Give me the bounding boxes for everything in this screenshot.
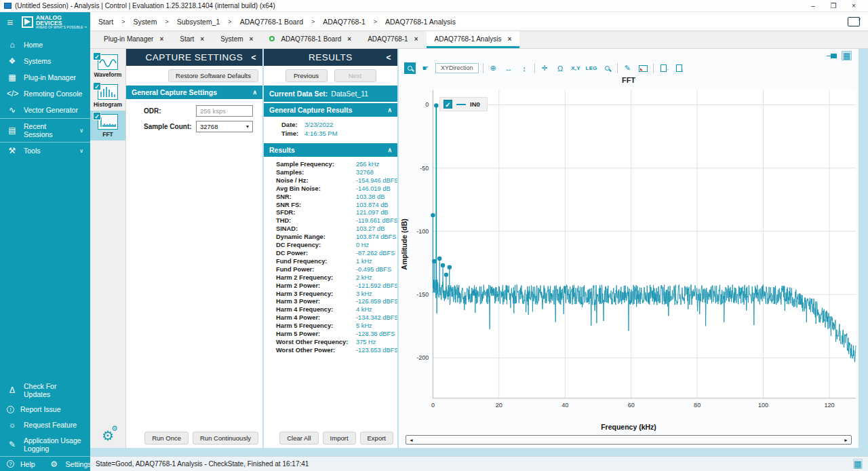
zoom-region-button[interactable] <box>601 62 613 74</box>
breadcrumb-item[interactable]: ADAQ7768-1 <box>323 18 365 26</box>
tab-plug-in-manager[interactable]: Plug-in Manager× <box>96 31 172 48</box>
analysis-views-strip: ✓Waveform✓Histogram✓FFT⚙ <box>90 49 126 448</box>
analysis-settings-gears-icon[interactable]: ⚙ <box>102 429 114 442</box>
sidebar-item-tools[interactable]: ⚒Tools∨ <box>0 142 90 159</box>
result-value: 0 Hz <box>356 242 369 250</box>
peak-marker <box>431 213 435 217</box>
breadcrumb-item[interactable]: Subsystem_1 <box>177 18 220 26</box>
run-once-button[interactable]: Run Once <box>144 432 189 445</box>
session-export-icon[interactable] <box>848 17 860 26</box>
chart-title: FFT <box>399 76 859 86</box>
collapse-left-icon[interactable]: < <box>251 53 256 62</box>
xy-direction-dropdown[interactable]: XYDirection <box>435 63 479 73</box>
odr-input[interactable] <box>196 105 253 117</box>
clear-all-button[interactable]: Clear All <box>279 432 318 445</box>
pin-icon[interactable] <box>831 54 837 58</box>
import-data-button[interactable] <box>673 62 685 74</box>
results-section[interactable]: Results ∧ <box>264 143 397 157</box>
chart-area: ▦ ☛ XYDirection ⊕ ↔ ↕ ✛ Ω X,Y L <box>399 49 859 448</box>
checked-checkbox[interactable]: ✓ <box>93 112 101 120</box>
tab-start[interactable]: Start× <box>172 31 212 48</box>
impedance-button[interactable]: Ω <box>555 62 566 74</box>
checked-checkbox[interactable]: ✓ <box>93 82 101 90</box>
zoom-select-button[interactable] <box>404 62 416 74</box>
sidebar-item-vector-generator[interactable]: ∿Vector Generator <box>0 102 90 118</box>
result-value: 121.097 dB <box>356 209 389 217</box>
result-row: SINAD:103.27 dB <box>276 225 396 233</box>
hamburger-menu-icon[interactable]: ≡ <box>0 17 20 27</box>
analysis-view-waveform[interactable]: ✓Waveform <box>90 51 125 81</box>
result-label: Fund Frequency: <box>276 258 356 266</box>
restore-button[interactable]: ❐ <box>823 2 844 10</box>
collapse-left-icon[interactable]: < <box>386 53 391 62</box>
sidebar-item-report-issue[interactable]: !Report Issue <box>0 402 90 417</box>
pan-button[interactable]: ☛ <box>420 62 431 74</box>
horizontal-scrollbar[interactable]: ◄ ► <box>406 435 852 445</box>
sidebar-item-plug-in-manager[interactable]: ▦Plug-in Manager <box>0 69 90 86</box>
legend-toggle-button[interactable]: LEG <box>586 62 597 74</box>
scroll-right-icon[interactable]: ► <box>844 438 848 442</box>
analysis-view-fft[interactable]: ✓FFT <box>90 111 125 140</box>
result-label: Harm 3 Power: <box>276 298 356 306</box>
sidebar-item-label: Remoting Console <box>24 90 82 98</box>
annotate-button[interactable]: ✎ <box>622 62 633 74</box>
general-capture-settings-section[interactable]: General Capture Settings ∧ <box>126 86 262 99</box>
center-target-button[interactable]: ⊕ <box>488 62 499 74</box>
tab-close-icon[interactable]: × <box>200 35 204 43</box>
sidebar-item-systems[interactable]: ❖Systems <box>0 53 90 69</box>
xy-values-button[interactable]: X,Y <box>570 62 582 74</box>
tab-system[interactable]: System× <box>212 31 261 48</box>
result-label: Worst Other Power: <box>276 347 356 355</box>
grid-icon[interactable]: ▦ <box>842 51 852 60</box>
sidebar-item-application-usage-logging[interactable]: ✎Application Usage Logging <box>0 433 90 456</box>
save-image-button[interactable] <box>637 62 649 74</box>
analysis-view-histogram[interactable]: ✓Histogram <box>90 81 125 111</box>
tab-adaq7768-1[interactable]: ADAQ7768-1× <box>359 31 426 48</box>
sample-count-select[interactable]: 32768 ▾ <box>196 121 253 132</box>
minimize-button[interactable]: – <box>803 2 823 10</box>
series-checkbox[interactable]: ✓ <box>443 100 452 109</box>
breadcrumb-item[interactable]: ADAQ7768-1 Analysis <box>385 18 456 26</box>
plot-legend: ✓ IN0 <box>439 97 488 111</box>
next-button[interactable]: Next <box>334 69 376 82</box>
tab-close-icon[interactable]: × <box>159 35 163 43</box>
breadcrumb-item[interactable]: ADAQ7768-1 Board <box>240 18 303 26</box>
result-label: Harm 3 Frequency: <box>276 290 356 299</box>
export-data-button[interactable] <box>658 62 669 74</box>
scroll-left-icon[interactable]: ◄ <box>409 438 414 442</box>
y-tick-label: 0 <box>425 101 429 108</box>
tab-close-icon[interactable]: × <box>347 35 351 43</box>
analysis-view-label: Waveform <box>94 71 122 78</box>
sidebar-item-home[interactable]: ⌂Home <box>0 37 90 53</box>
previous-button[interactable]: Previous <box>285 69 328 82</box>
tab-close-icon[interactable]: × <box>414 35 418 43</box>
restore-defaults-button[interactable]: Restore Software Defaults <box>168 69 258 82</box>
tab-label: ADAQ7768-1 <box>368 35 408 43</box>
plot-background[interactable] <box>433 90 856 398</box>
run-continuously-button[interactable]: Run Continuously <box>193 432 258 445</box>
checked-checkbox[interactable]: ✓ <box>93 52 101 60</box>
export-button[interactable]: Export <box>360 432 393 445</box>
tab-close-icon[interactable]: × <box>507 35 511 43</box>
fit-to-view-button[interactable]: ✛ <box>539 62 551 74</box>
sidebar-item-help[interactable]: ?Help <box>0 458 42 470</box>
sidebar-item-label: Application Usage Logging <box>24 436 83 453</box>
tab-adaq7768-1-analysis[interactable]: ADAQ7768-1 Analysis× <box>427 31 520 48</box>
snapshot-grip-icon[interactable]: ▦ <box>853 459 863 469</box>
vertical-scale-button[interactable]: ↕ <box>519 62 530 74</box>
general-capture-results-section[interactable]: General Capture Results ∧ <box>264 103 397 117</box>
sidebar-item-remoting-console[interactable]: </>Remoting Console <box>0 86 90 102</box>
remoting-console-icon: </> <box>7 89 18 98</box>
sidebar-item-check-for-updates[interactable]: ΔCheck For Updates <box>0 379 90 402</box>
sidebar-item-recent-sessions[interactable]: ▤Recent Sessions∨ <box>0 118 90 142</box>
tab-adaq7768-1-board[interactable]: ADAQ7768-1 Board× <box>261 31 359 48</box>
import-button[interactable]: Import <box>323 432 356 445</box>
close-button[interactable]: × <box>844 2 864 10</box>
result-row: Harm 2 Power:-121.592 dBFS <box>276 282 396 290</box>
tab-close-icon[interactable]: × <box>250 35 254 43</box>
breadcrumb-item[interactable]: System <box>133 18 157 26</box>
current-data-set: Current Data Set:DataSet_11 <box>264 86 397 102</box>
horizontal-scale-button[interactable]: ↔ <box>503 62 515 74</box>
breadcrumb-item[interactable]: Start <box>98 18 113 26</box>
sidebar-item-request-feature[interactable]: ☼Request Feature <box>0 417 90 433</box>
